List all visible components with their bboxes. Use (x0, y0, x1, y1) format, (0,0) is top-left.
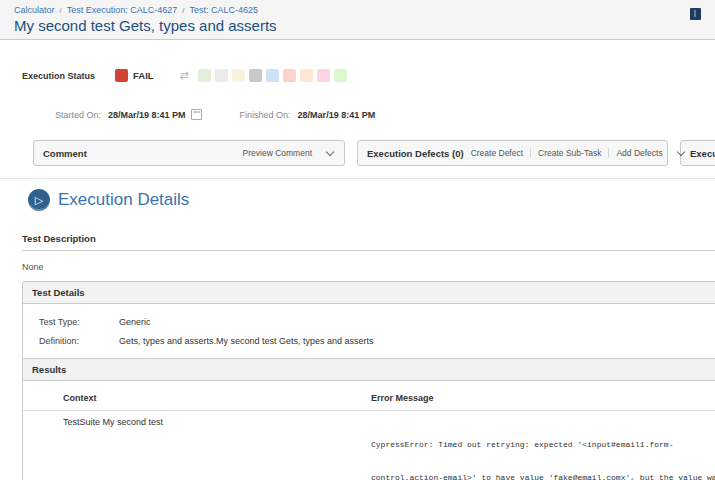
status-value: FAIL (133, 70, 154, 81)
page-header: Calculator/Test Execution: CALC-4627/Tes… (0, 0, 715, 40)
collapsed-panels-row: Comment Preview Comment Execution Defect… (33, 140, 715, 166)
test-details-panel: Test Details Test Type: Generic Definiti… (22, 281, 715, 364)
breadcrumb-separator: / (182, 6, 184, 15)
status-option-swatch[interactable] (334, 69, 347, 82)
times-row: Started On: 28/Mar/19 8:41 PM Finished O… (55, 109, 375, 120)
status-options (198, 69, 347, 82)
status-option-swatch[interactable] (232, 69, 245, 82)
page-title: My second test Gets, types and asserts (14, 17, 277, 34)
definition-row: Definition: Gets, types and asserts.My s… (23, 332, 715, 351)
breadcrumb-test-execution-link[interactable]: Test Execution: CALC-4627 (67, 5, 178, 15)
definition-value: Gets, types and asserts.My second test G… (119, 336, 374, 346)
execution-details-heading: ▷ Execution Details (28, 189, 189, 211)
comment-panel-header[interactable]: Comment Preview Comment (33, 140, 345, 166)
status-option-swatch[interactable] (198, 69, 211, 82)
fail-color-swatch (115, 69, 128, 82)
results-panel-title: Results (23, 359, 715, 381)
test-type-label: Test Type: (39, 317, 119, 327)
execution-evidence-panel-header[interactable]: Execution Evidence (680, 140, 715, 166)
status-option-swatch[interactable] (317, 69, 330, 82)
test-description-section: Test Description None (22, 233, 715, 272)
results-table-header: Context Error Message (23, 381, 715, 411)
test-description-title: Test Description (22, 233, 715, 251)
definition-label: Definition: (39, 336, 119, 346)
started-on-label: Started On: (55, 110, 101, 120)
started-on-value[interactable]: 28/Mar/19 8:41 PM (108, 110, 186, 120)
status-option-swatch[interactable] (266, 69, 279, 82)
execution-evidence-panel-title: Execution Evidence (690, 148, 715, 159)
breadcrumb: Calculator/Test Execution: CALC-4627/Tes… (14, 5, 258, 15)
test-description-value: None (22, 262, 715, 272)
finished-on-value[interactable]: 28/Mar/19 8:41 PM (298, 110, 376, 120)
error-message-column-header: Error Message (371, 393, 715, 403)
test-details-panel-title: Test Details (23, 282, 715, 304)
preview-comment-button[interactable]: Preview Comment (236, 148, 319, 158)
pin-icon[interactable] (690, 8, 701, 20)
test-type-row: Test Type: Generic (23, 313, 715, 332)
status-option-swatch[interactable] (215, 69, 228, 82)
breadcrumb-separator: / (60, 6, 62, 15)
play-circle-icon: ▷ (28, 189, 50, 211)
add-defects-button[interactable]: Add Defects (608, 148, 669, 158)
context-column-header: Context (23, 393, 371, 403)
chevron-down-icon[interactable] (326, 147, 334, 155)
result-error-message: CypressError: Timed out retrying: expect… (371, 417, 715, 480)
create-defect-button[interactable]: Create Defect (464, 148, 530, 158)
status-option-swatch[interactable] (249, 69, 262, 82)
breadcrumb-test-link[interactable]: Test: CALC-4625 (190, 5, 259, 15)
comment-panel-title: Comment (43, 148, 87, 159)
table-row: TestSuite My second test CypressError: T… (23, 411, 715, 480)
execution-defects-panel-header[interactable]: Execution Defects (0) Create Defect Crea… (357, 140, 668, 166)
calendar-icon[interactable] (191, 109, 202, 120)
execution-status-label: Execution Status (22, 71, 95, 81)
breadcrumb-project-link[interactable]: Calculator (14, 5, 55, 15)
error-line: CypressError: Timed out retrying: expect… (371, 439, 715, 450)
change-status-arrows-icon[interactable]: ⇄ (180, 69, 189, 82)
execution-defects-panel-title: Execution Defects (0) (367, 148, 464, 159)
results-panel: Results Context Error Message TestSuite … (22, 358, 715, 480)
status-option-swatch[interactable] (283, 69, 296, 82)
create-sub-task-button[interactable]: Create Sub-Task (530, 148, 608, 158)
error-line: control.action-email>' to have value 'fa… (371, 472, 715, 480)
section-divider (0, 178, 715, 179)
test-type-value: Generic (119, 317, 151, 327)
finished-on-label: Finished On: (240, 110, 291, 120)
result-context-value: TestSuite My second test (23, 417, 371, 480)
execution-details-title: Execution Details (58, 190, 189, 210)
execution-status-row: Execution Status FAIL ⇄ (22, 69, 347, 82)
status-option-swatch[interactable] (300, 69, 313, 82)
status-badge[interactable]: FAIL (115, 69, 154, 82)
